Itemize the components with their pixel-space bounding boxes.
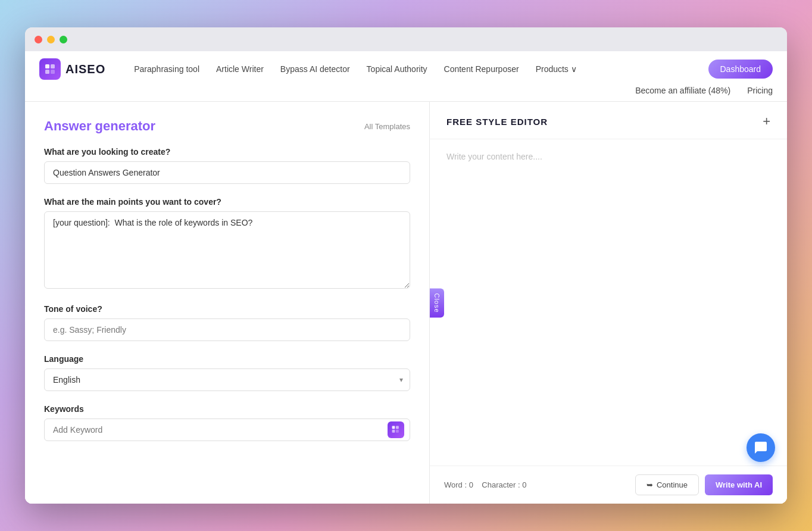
svg-rect-6 (392, 430, 395, 433)
panel-header: Answer generator All Templates (44, 118, 410, 134)
nav-paraphrasing-tool[interactable]: Paraphrasing tool (134, 64, 199, 74)
main-points-label: What are the main points you want to cov… (44, 197, 410, 207)
minimize-window-button[interactable] (47, 36, 55, 43)
left-panel: Answer generator All Templates What are … (25, 102, 430, 504)
language-label: Language (44, 354, 410, 364)
editor-stats: Word : 0 Character : 0 (444, 480, 527, 489)
svg-rect-7 (396, 430, 399, 433)
svg-rect-1 (51, 64, 55, 68)
tone-section: Tone of voice? (44, 304, 410, 341)
chat-bubble-button[interactable] (747, 433, 775, 462)
nav-bypass-ai-detector[interactable]: Bypass AI detector (280, 64, 350, 74)
svg-rect-0 (45, 64, 49, 68)
answer-generator-title: Answer generator (44, 118, 155, 134)
continue-label: Continue (657, 480, 688, 489)
svg-rect-5 (396, 426, 399, 429)
continue-button[interactable]: ➥ Continue (635, 474, 699, 495)
language-select[interactable]: English Spanish French German Portuguese… (44, 368, 410, 391)
navbar-bottom: Become an affiliate (48%) Pricing (39, 83, 773, 101)
editor-actions: ➥ Continue Write with AI (635, 474, 773, 495)
nav-products[interactable]: Products ∨ (536, 64, 577, 74)
editor-body[interactable]: Write your content here.... (430, 139, 787, 466)
language-select-wrapper: English Spanish French German Portuguese… (44, 368, 410, 391)
right-panel: FREE STYLE EDITOR + Write your content h… (430, 102, 787, 504)
close-window-button[interactable] (35, 36, 42, 43)
keyword-wrapper (44, 418, 410, 441)
browser-window: AISEO Paraphrasing tool Article Writer B… (25, 27, 787, 504)
word-count: Word : 0 (444, 480, 473, 489)
editor-title: FREE STYLE EDITOR (446, 117, 548, 127)
main-points-textarea[interactable]: [your question]: What is the role of key… (44, 211, 410, 289)
logo-area: AISEO (39, 58, 105, 80)
svg-rect-2 (45, 70, 49, 74)
navbar: AISEO Paraphrasing tool Article Writer B… (25, 51, 787, 102)
dashboard-button[interactable]: Dashboard (708, 60, 773, 79)
editor-footer: Word : 0 Character : 0 ➥ Continue Write … (430, 466, 787, 504)
nav-affiliate[interactable]: Become an affiliate (48%) (635, 86, 730, 95)
main-points-section: What are the main points you want to cov… (44, 197, 410, 291)
browser-titlebar (25, 27, 787, 51)
editor-placeholder: Write your content here.... (446, 152, 542, 161)
language-section: Language English Spanish French German P… (44, 354, 410, 391)
add-content-button[interactable]: + (763, 114, 770, 129)
create-label: What are you looking to create? (44, 147, 410, 157)
logo-text: AISEO (65, 63, 105, 76)
tone-input[interactable] (44, 318, 410, 341)
svg-rect-4 (392, 426, 395, 429)
write-ai-button[interactable]: Write with AI (705, 474, 773, 495)
tone-label: Tone of voice? (44, 304, 410, 314)
logo-icon (39, 58, 61, 80)
svg-rect-3 (51, 70, 55, 74)
char-count: Character : 0 (482, 480, 526, 489)
maximize-window-button[interactable] (60, 36, 67, 43)
browser-content: AISEO Paraphrasing tool Article Writer B… (25, 51, 787, 504)
editor-header: FREE STYLE EDITOR + (430, 102, 787, 139)
main-area: Answer generator All Templates What are … (25, 102, 787, 504)
navbar-top: AISEO Paraphrasing tool Article Writer B… (39, 51, 773, 83)
keywords-label: Keywords (44, 404, 410, 414)
continue-icon: ➥ (647, 480, 653, 489)
nav-content-repurposer[interactable]: Content Repurposer (444, 64, 519, 74)
aiseo-keyword-icon[interactable] (388, 421, 404, 438)
nav-article-writer[interactable]: Article Writer (216, 64, 264, 74)
create-section: What are you looking to create? (44, 147, 410, 184)
keyword-input[interactable] (44, 418, 410, 441)
keywords-section: Keywords (44, 404, 410, 441)
create-input[interactable] (44, 161, 410, 184)
nav-pricing[interactable]: Pricing (747, 86, 773, 95)
close-tab[interactable]: Close (430, 288, 444, 317)
nav-topical-authority[interactable]: Topical Authority (367, 64, 427, 74)
all-templates-link[interactable]: All Templates (364, 122, 410, 131)
